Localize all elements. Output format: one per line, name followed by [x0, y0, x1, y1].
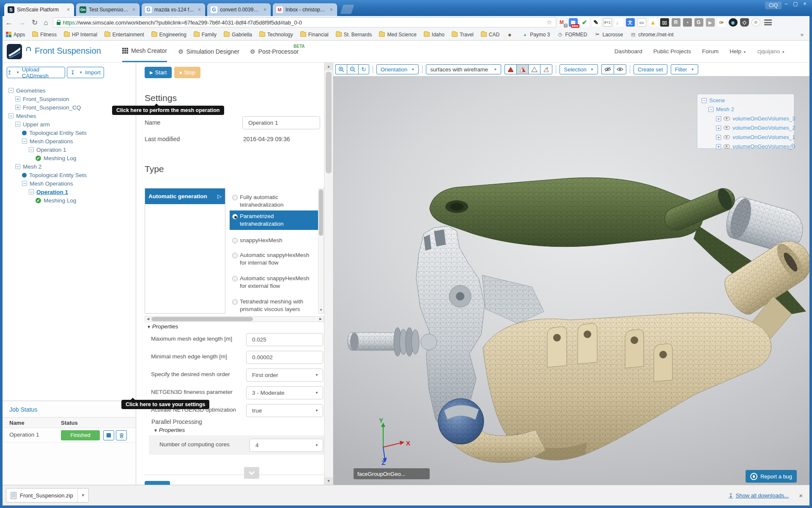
- zoom-out-button[interactable]: [347, 64, 358, 74]
- upload-cad-button[interactable]: ↥▼ Upload CAD/mesh: [7, 67, 65, 78]
- tab-mesh-creator[interactable]: Mesh Creator: [122, 41, 167, 62]
- home-icon[interactable]: ⌂: [44, 19, 48, 26]
- collapse-icon[interactable]: −: [8, 113, 14, 118]
- bookmark-formed[interactable]: ◷FORMED: [557, 32, 587, 38]
- maximize-button[interactable]: ▢: [791, 0, 800, 8]
- browser-tab-mazda[interactable]: G mazda xs-124 front s ×: [142, 3, 205, 16]
- 3d-canvas[interactable]: −Scene −Mesh 2 +volumeOnGeoVolumes_3 +vo…: [333, 76, 809, 485]
- tree-item-front-suspension-cq[interactable]: +Front_Suspension_CQ: [15, 103, 81, 112]
- bookmark-star-icon[interactable]: ☆: [546, 19, 552, 26]
- bookmark-technology[interactable]: Technology: [259, 32, 293, 38]
- collapse-icon[interactable]: −: [8, 88, 14, 93]
- scene-mesh-2[interactable]: −Mesh 2: [708, 106, 734, 112]
- properties-header[interactable]: ▼ Properties: [147, 323, 178, 330]
- browser-tab-simscale[interactable]: S SimScale Platform ×: [4, 3, 74, 16]
- radio-icon[interactable]: [232, 299, 238, 305]
- bookmark-family[interactable]: Family: [194, 32, 217, 38]
- settings-scrollbar[interactable]: ▲ ▼: [324, 63, 333, 485]
- browser-tab-test-suspension[interactable]: On Test Suspension | XS ×: [76, 3, 140, 16]
- new-tab-button[interactable]: [340, 5, 354, 14]
- bookmark-idaho[interactable]: Idaho: [424, 32, 444, 38]
- radio-icon[interactable]: [232, 238, 238, 243]
- tab-close-icon[interactable]: ×: [132, 7, 136, 13]
- gplus-extension-icon[interactable]: 8+1: [603, 18, 612, 27]
- bell-extension-icon[interactable]: ♩: [614, 18, 623, 27]
- tab-close-icon[interactable]: ×: [329, 7, 334, 13]
- create-set-button[interactable]: Create set: [634, 64, 667, 74]
- bookmark-apps[interactable]: Apps: [6, 32, 25, 38]
- shield-extension-icon[interactable]: ◇: [740, 18, 749, 27]
- browser-tab-inbox[interactable]: M Inbox - christopher.c ×: [273, 3, 337, 16]
- camera-extension-icon[interactable]: ◉: [729, 18, 738, 27]
- bookmark-st-bernards[interactable]: St. Bernards: [336, 32, 372, 38]
- tree-item-mesh-operations-2[interactable]: −Mesh Operations: [22, 179, 73, 188]
- option-tetrahedral-prismatic[interactable]: Tetrahedral meshing with prismatic visco…: [230, 296, 318, 315]
- collapse-icon[interactable]: −: [708, 107, 713, 112]
- optimization-select[interactable]: true▼: [246, 404, 323, 417]
- expand-icon[interactable]: +: [716, 126, 721, 131]
- render-mode-select[interactable]: surfaces with wireframe▼: [426, 64, 501, 74]
- scene-volume-3[interactable]: +volumeOnGeoVolumes_3: [716, 115, 795, 122]
- hide-selected-button[interactable]: [601, 64, 614, 74]
- scene-volume-2[interactable]: +volumeOnGeoVolumes_2: [716, 125, 795, 131]
- expand-icon[interactable]: +: [15, 96, 20, 101]
- collapse-icon[interactable]: −: [15, 122, 20, 127]
- chrome-profile-badge[interactable]: CIQ: [765, 2, 782, 9]
- scene-tree-panel[interactable]: −Scene −Mesh 2 +volumeOnGeoVolumes_3 +vo…: [697, 94, 794, 149]
- scrollbar-thumb[interactable]: [151, 317, 253, 321]
- bookmark-med-science[interactable]: Med Science: [379, 32, 416, 38]
- report-bug-button[interactable]: Report a bug: [746, 470, 797, 483]
- start-button[interactable]: ▶Start: [145, 67, 172, 78]
- reload-icon[interactable]: ↻: [32, 19, 38, 26]
- show-all-downloads-link[interactable]: ↧ Show all downloads...: [729, 492, 789, 499]
- tree-item-geometries[interactable]: −Geometries: [8, 86, 46, 95]
- scroll-left-icon[interactable]: ◀: [145, 317, 151, 322]
- download-shelf-close-icon[interactable]: ×: [799, 492, 803, 499]
- bookmark-fitness[interactable]: Fitness: [32, 32, 57, 38]
- scene-volume-1[interactable]: +volumeOnGeoVolumes_1: [716, 134, 795, 140]
- expand-icon[interactable]: +: [15, 105, 20, 110]
- mesh-order-select[interactable]: First order▼: [246, 369, 323, 382]
- tab-close-icon[interactable]: ×: [66, 7, 71, 13]
- back-icon[interactable]: ←: [5, 19, 13, 26]
- refresh-view-button[interactable]: ↻: [358, 64, 369, 74]
- scroll-up-icon[interactable]: ▲: [324, 63, 333, 70]
- expand-icon[interactable]: +: [716, 116, 721, 121]
- parallel-properties-header[interactable]: ▼ Properties: [154, 427, 185, 433]
- scrollbar-thumb[interactable]: [326, 72, 332, 173]
- scroll-down-icon[interactable]: ▼: [318, 307, 324, 313]
- download-item-menu-icon[interactable]: ▼: [78, 493, 88, 497]
- bookmark-entertainment[interactable]: Entertainment: [104, 32, 144, 38]
- bookmark-chrome-net[interactable]: ▤chrome://net-int: [630, 32, 673, 38]
- job-stop-button[interactable]: [103, 430, 114, 440]
- tree-item-meshing-log-2[interactable]: ✔Meshing Log: [36, 196, 76, 205]
- bookmark-cad[interactable]: CAD: [481, 32, 499, 38]
- operation-name-input[interactable]: [242, 116, 320, 129]
- visibility-eye-icon[interactable]: [724, 135, 730, 139]
- tree-item-topological-entity-sets[interactable]: Topological Entity Sets: [22, 128, 87, 137]
- bookmark-paymo[interactable]: ◕Paymo 3: [522, 32, 550, 38]
- bookmark-financial[interactable]: Financial: [300, 32, 329, 38]
- tree-item-mesh-operations[interactable]: −Mesh Operations: [22, 137, 73, 145]
- cast-extension-icon[interactable]: ▭: [637, 18, 646, 27]
- bookmark-lacrosse[interactable]: ✂Lacrosse: [594, 32, 623, 38]
- options-horizontal-scrollbar[interactable]: ◀ ▶: [145, 316, 324, 322]
- bookmark-tree-icon-only[interactable]: ♣: [507, 32, 515, 38]
- download-item[interactable]: Front_Suspension.zip ▼: [6, 488, 89, 503]
- collapse-icon[interactable]: −: [29, 147, 34, 152]
- tree-item-operation-1[interactable]: −Operation 1: [29, 145, 66, 154]
- expand-icon[interactable]: +: [716, 135, 721, 140]
- r-extension-icon[interactable]: R: [672, 18, 680, 27]
- drive-extension-icon[interactable]: ▲: [649, 18, 658, 27]
- radio-icon[interactable]: [232, 276, 238, 281]
- tree-item-meshing-log[interactable]: ✔Meshing Log: [36, 154, 76, 162]
- link-public-projects[interactable]: Public Projects: [653, 48, 691, 55]
- bookmark-travel[interactable]: Travel: [452, 32, 474, 38]
- play-extension-icon[interactable]: ▶: [706, 18, 715, 27]
- tree-item-front-suspension[interactable]: +Front_Suspension: [15, 95, 69, 103]
- option-snappy-internal[interactable]: Automatic snappyHexMesh for internal flo…: [230, 249, 318, 269]
- visibility-eye-icon[interactable]: [724, 117, 730, 120]
- stop-button[interactable]: ■Stop: [174, 67, 200, 78]
- filter-dropdown[interactable]: Filter▼: [671, 64, 699, 74]
- check-extension-icon[interactable]: ✔: [580, 18, 589, 27]
